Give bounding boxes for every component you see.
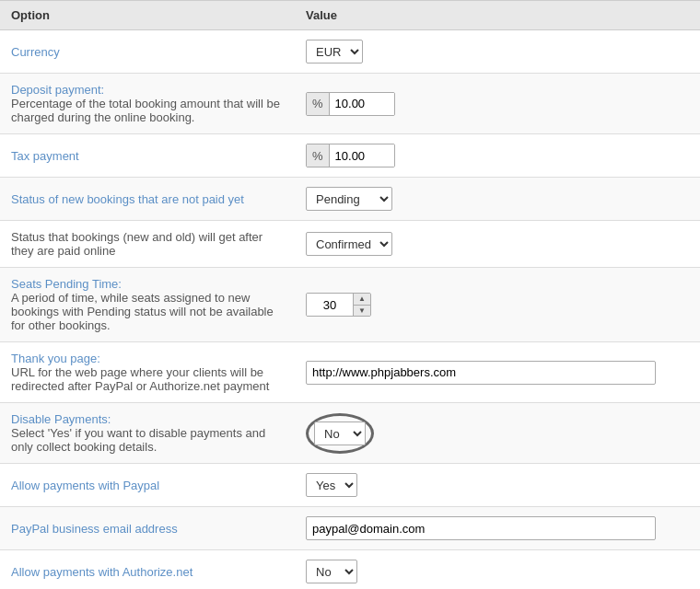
- option-cell-paypal: Allow payments with Paypal: [0, 464, 295, 507]
- option-label-status_unpaid: Status of new bookings that are not paid…: [11, 192, 244, 206]
- value-cell-paypal: YesNo: [295, 464, 700, 507]
- spinner-buttons-seats_pending: ▲▼: [353, 294, 370, 316]
- column-header-value: Value: [295, 1, 700, 30]
- select-status_unpaid[interactable]: PendingConfirmedCancelled: [306, 187, 392, 211]
- option-label-tax: Tax payment: [11, 149, 79, 163]
- select-disable_payments[interactable]: NoYes: [314, 422, 366, 445]
- option-label-paypal: Allow payments with Paypal: [11, 479, 159, 492]
- table-row: Status that bookings (new and old) will …: [0, 221, 700, 268]
- option-label-authorize: Allow payments with Authorize.net: [11, 565, 192, 579]
- option-cell-status_paid: Status that bookings (new and old) will …: [0, 221, 295, 268]
- column-header-option: Option: [0, 1, 295, 30]
- select-currency[interactable]: EURUSDGBP: [306, 40, 363, 64]
- option-sublabel-disable_payments: Select 'Yes' if you want to disable paym…: [11, 426, 265, 454]
- text-input-paypal_email[interactable]: [306, 516, 656, 540]
- value-cell-disable_payments: NoYes: [295, 403, 700, 464]
- percent-field-tax[interactable]: [330, 144, 394, 167]
- option-label-disable_payments: Disable Payments:: [11, 412, 111, 426]
- table-row: Disable Payments:Select 'Yes' if you wan…: [0, 403, 700, 464]
- option-cell-currency: Currency: [0, 30, 295, 74]
- percent-input-deposit: %: [306, 92, 395, 116]
- option-sublabel-seats_pending: A period of time, while seats assigned t…: [11, 291, 274, 332]
- spinner-input-seats_pending[interactable]: [307, 294, 353, 316]
- option-cell-paypal_email: PayPal business email address: [0, 507, 295, 550]
- table-row: Allow payments with Authorize.netNoYes: [0, 550, 700, 590]
- table-row: Deposit payment:Percentage of the total …: [0, 74, 700, 134]
- value-cell-status_paid: PendingConfirmedCancelled: [295, 221, 700, 268]
- percent-symbol-tax: %: [307, 144, 330, 167]
- select-status_paid[interactable]: PendingConfirmedCancelled: [306, 232, 392, 256]
- percent-symbol-deposit: %: [307, 93, 330, 115]
- option-cell-seats_pending: Seats Pending Time:A period of time, whi…: [0, 268, 295, 342]
- option-label-deposit: Deposit payment:: [11, 83, 104, 97]
- percent-field-deposit[interactable]: [330, 93, 394, 115]
- select-paypal[interactable]: YesNo: [306, 473, 357, 497]
- option-sublabel-thankyou: URL for the web page where your clients …: [11, 365, 269, 393]
- circle-highlight-disable_payments: NoYes: [306, 413, 374, 454]
- option-label-paypal_email: PayPal business email address: [11, 522, 178, 536]
- spinner-seats_pending: ▲▼: [306, 293, 371, 317]
- option-cell-tax: Tax payment: [0, 134, 295, 178]
- table-row: Seats Pending Time:A period of time, whi…: [0, 268, 700, 342]
- value-cell-seats_pending: ▲▼: [295, 268, 700, 342]
- value-cell-thankyou: [295, 342, 700, 403]
- value-cell-paypal_email: [295, 507, 700, 550]
- spinner-up-seats_pending[interactable]: ▲: [354, 294, 370, 306]
- option-cell-deposit: Deposit payment:Percentage of the total …: [0, 74, 295, 134]
- option-label-seats_pending: Seats Pending Time:: [11, 277, 122, 291]
- value-cell-deposit: %: [295, 74, 700, 134]
- table-row: CurrencyEURUSDGBP: [0, 30, 700, 74]
- value-cell-currency: EURUSDGBP: [295, 30, 700, 74]
- percent-input-tax: %: [306, 144, 395, 167]
- value-cell-tax: %: [295, 134, 700, 178]
- option-label-status_paid: Status that bookings (new and old) will …: [11, 230, 262, 258]
- value-cell-status_unpaid: PendingConfirmedCancelled: [295, 178, 700, 221]
- text-input-thankyou[interactable]: [306, 361, 656, 385]
- select-authorize[interactable]: NoYes: [306, 560, 357, 583]
- value-cell-authorize: NoYes: [295, 550, 700, 590]
- spinner-down-seats_pending[interactable]: ▼: [354, 306, 370, 317]
- table-row: Status of new bookings that are not paid…: [0, 178, 700, 221]
- table-row: Tax payment%: [0, 134, 700, 178]
- table-row: Thank you page:URL for the web page wher…: [0, 342, 700, 403]
- table-row: Allow payments with PaypalYesNo: [0, 464, 700, 507]
- option-label-currency: Currency: [11, 45, 60, 59]
- option-cell-status_unpaid: Status of new bookings that are not paid…: [0, 178, 295, 221]
- option-cell-disable_payments: Disable Payments:Select 'Yes' if you wan…: [0, 403, 295, 464]
- table-row: PayPal business email address: [0, 507, 700, 550]
- option-label-thankyou: Thank you page:: [11, 352, 100, 365]
- option-sublabel-deposit: Percentage of the total booking amount t…: [11, 97, 280, 124]
- option-cell-authorize: Allow payments with Authorize.net: [0, 550, 295, 590]
- option-cell-thankyou: Thank you page:URL for the web page wher…: [0, 342, 295, 403]
